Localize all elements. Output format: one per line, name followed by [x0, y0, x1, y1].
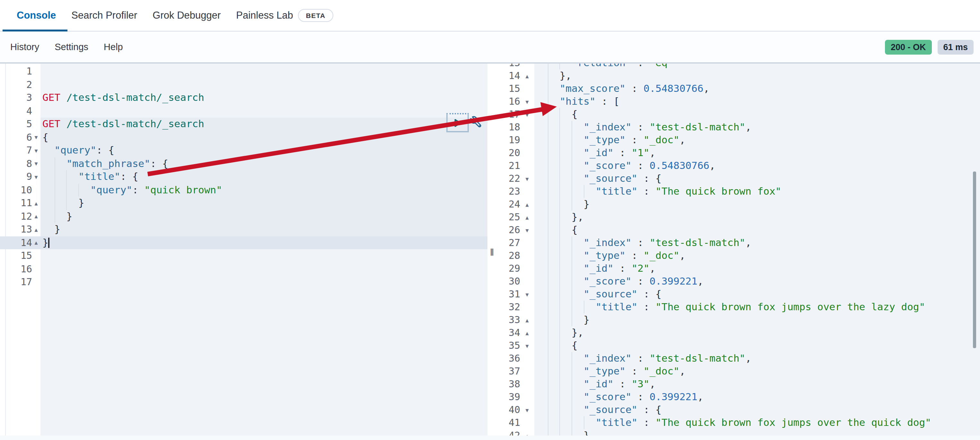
fold-widget[interactable]: ▴ [32, 196, 40, 210]
code-token: , [649, 147, 656, 159]
tab-console[interactable]: Console [9, 0, 64, 31]
response-editor[interactable]: 13 "relation" : "eq"14▴ },15 "max_score"… [498, 64, 980, 435]
panel-splitter[interactable]: ‖ [487, 64, 498, 435]
line-number: 24 [498, 198, 520, 211]
code-token: : { [637, 173, 662, 184]
indent-guide [547, 275, 548, 288]
indent-guide [560, 378, 560, 391]
fold-widget[interactable]: ▴ [520, 326, 534, 339]
indent-guide [54, 183, 55, 196]
code-token: } [584, 198, 590, 210]
code-token: "_id" [584, 378, 613, 390]
dev-tools-tab-bar: Console Search Profiler Grok Debugger Pa… [0, 0, 980, 32]
fold-widget[interactable]: ▴ [520, 429, 534, 435]
indent-guide [560, 429, 560, 435]
fold-widget[interactable]: ▾ [32, 157, 40, 170]
fold-widget[interactable]: ▾ [520, 339, 534, 352]
code-token: { [42, 131, 48, 143]
tab-grok-debugger[interactable]: Grok Debugger [145, 0, 228, 31]
fold-spacer [520, 365, 534, 378]
code-token [536, 64, 571, 69]
fold-widget[interactable]: ▴ [520, 211, 534, 223]
code-line: 17▾ { [498, 108, 980, 121]
line-number: 8 [0, 157, 32, 170]
console-menu-bar: History Settings Help 200 - OK 61 ms [0, 32, 980, 64]
code-line-content: }, [534, 211, 980, 223]
line-number: 3 [0, 91, 32, 104]
send-request-button[interactable] [446, 113, 469, 132]
code-line: 29 "_id" : "2", [498, 262, 980, 275]
line-number: 38 [498, 378, 520, 391]
indent-guide [560, 147, 560, 159]
indent-guide [547, 82, 548, 95]
code-token: 0.54830766 [649, 160, 710, 172]
code-line: 37 "_type" : "_doc", [498, 365, 980, 378]
tab-search-profiler[interactable]: Search Profiler [64, 0, 145, 31]
tab-painless-lab[interactable]: Painless Lab BETA [228, 0, 341, 31]
fold-spacer [520, 275, 534, 288]
fold-spacer [520, 301, 534, 314]
menu-history[interactable]: History [10, 42, 39, 52]
menu-help[interactable]: Help [104, 42, 123, 52]
indent-guide [547, 301, 548, 314]
fold-spacer [32, 183, 40, 196]
fold-spacer [32, 65, 40, 78]
indent-guide [571, 185, 572, 198]
indent-guide [571, 365, 572, 378]
code-line-content: GET /test-dsl-match/_search [40, 91, 487, 104]
fold-spacer [520, 185, 534, 198]
line-number: 1 [0, 65, 32, 78]
fold-widget[interactable]: ▾ [32, 170, 40, 183]
line-number: 22 [498, 172, 520, 185]
code-token: /test-dsl-match/_search [60, 118, 204, 130]
fold-widget[interactable]: ▾ [520, 403, 534, 416]
fold-widget[interactable]: ▾ [520, 172, 534, 185]
fold-widget[interactable]: ▾ [520, 95, 534, 108]
code-token: "eq" [649, 64, 674, 69]
code-token: : { [121, 171, 138, 182]
code-token: }, [571, 211, 584, 223]
fold-widget[interactable]: ▾ [520, 108, 534, 121]
code-token: "title" [78, 171, 121, 182]
code-token: } [67, 210, 73, 222]
code-line: 12▴ } [0, 210, 487, 223]
code-line-content: } [534, 314, 980, 326]
fold-widget[interactable]: ▴ [32, 236, 40, 249]
indent-guide [560, 403, 560, 416]
fold-spacer [520, 391, 534, 403]
line-number: 42 [498, 429, 520, 435]
code-token: : [632, 160, 649, 172]
line-number: 14 [0, 236, 32, 249]
code-token: 0.399221 [649, 276, 697, 287]
code-line-content: } [40, 210, 487, 223]
indent-guide [560, 275, 560, 288]
code-token: "The quick brown fox jumps over the lazy… [655, 301, 925, 313]
request-actions [446, 113, 482, 132]
response-scrollbar-thumb[interactable] [973, 172, 976, 348]
indent-guide [560, 223, 560, 236]
wrench-icon [469, 114, 482, 130]
request-editor[interactable]: 123GET /test-dsl-match/_search45GET /tes… [0, 64, 487, 435]
indent-guide [560, 121, 560, 134]
response-editor-lines: 13 "relation" : "eq"14▴ },15 "max_score"… [498, 64, 980, 435]
response-time-badge: 61 ms [937, 40, 974, 54]
menu-settings[interactable]: Settings [54, 42, 88, 52]
fold-widget[interactable]: ▾ [520, 223, 534, 236]
fold-widget[interactable]: ▴ [32, 210, 40, 223]
fold-widget[interactable]: ▾ [32, 144, 40, 157]
fold-widget[interactable]: ▴ [520, 198, 534, 211]
code-token: "max_score" [560, 83, 625, 94]
fold-widget[interactable]: ▴ [520, 314, 534, 326]
request-options-button[interactable] [469, 114, 482, 132]
indent-guide [547, 403, 548, 416]
indent-guide [547, 185, 548, 198]
code-line-content: "match_phrase": { [40, 157, 487, 170]
fold-widget[interactable]: ▴ [520, 69, 534, 82]
fold-widget[interactable]: ▾ [32, 131, 40, 144]
fold-spacer [520, 352, 534, 365]
indent-guide [54, 210, 55, 223]
fold-widget[interactable]: ▾ [520, 288, 534, 301]
indent-guide [571, 262, 572, 275]
code-token: } [78, 197, 84, 209]
fold-widget[interactable]: ▴ [32, 223, 40, 236]
